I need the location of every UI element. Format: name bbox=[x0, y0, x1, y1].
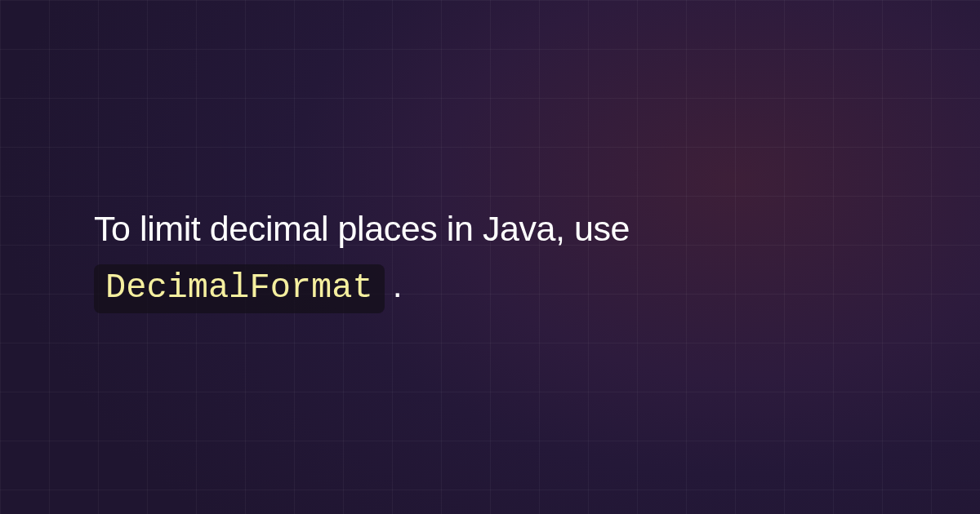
card-container: To limit decimal places in Java, use Dec… bbox=[0, 0, 980, 514]
text-before-code: To limit decimal places in Java, use bbox=[94, 209, 630, 248]
content-block: To limit decimal places in Java, use Dec… bbox=[94, 201, 630, 313]
text-after-code: . bbox=[393, 265, 403, 304]
inline-code: DecimalFormat bbox=[94, 264, 385, 313]
heading-text: To limit decimal places in Java, use Dec… bbox=[94, 201, 630, 313]
